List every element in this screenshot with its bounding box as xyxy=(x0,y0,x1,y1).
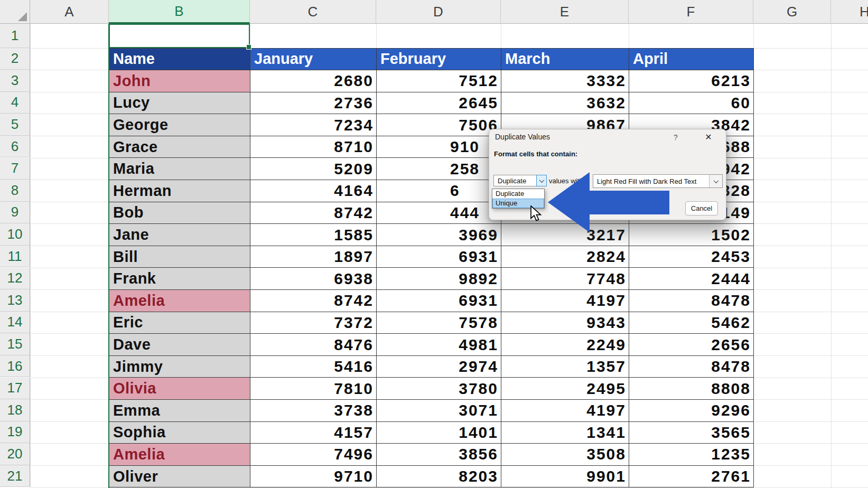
cell-value[interactable]: 4157 xyxy=(250,422,377,444)
cell-value[interactable]: 7748 xyxy=(501,268,629,290)
cell-name[interactable]: Bill xyxy=(109,246,250,268)
cell-value[interactable]: 3508 xyxy=(501,444,629,466)
help-button[interactable]: ? xyxy=(671,133,680,142)
cell-value[interactable]: 1235 xyxy=(629,444,754,466)
row-header-14[interactable]: 14 xyxy=(0,312,30,334)
cell-name[interactable]: Bob xyxy=(109,202,250,224)
row-header-9[interactable]: 9 xyxy=(0,202,30,224)
cell-name[interactable]: John xyxy=(109,70,250,92)
cell-value[interactable]: 1897 xyxy=(250,246,377,268)
cell-value[interactable]: 4164 xyxy=(250,180,377,202)
cell-name[interactable]: Emma xyxy=(109,400,250,422)
cell-value[interactable]: 910 xyxy=(377,136,501,158)
cell-value[interactable]: 7496 xyxy=(250,444,377,466)
column-header-e[interactable]: E xyxy=(501,0,629,24)
cell-value[interactable]: 8742 xyxy=(250,202,377,224)
cell-value[interactable]: 9343 xyxy=(501,312,629,334)
cell-value[interactable]: 2824 xyxy=(501,246,629,268)
cell-value[interactable]: 2974 xyxy=(377,356,501,378)
cell-value[interactable]: 2444 xyxy=(629,268,754,290)
row-header-1[interactable]: 1 xyxy=(0,24,30,48)
cell-name[interactable]: Oliver xyxy=(109,466,250,488)
cell-value[interactable]: 60 xyxy=(629,92,754,115)
column-header-g[interactable]: G xyxy=(753,0,831,24)
cell-value[interactable]: 2761 xyxy=(629,466,754,488)
cell-value[interactable]: 7578 xyxy=(377,312,501,334)
cell-value[interactable]: 9710 xyxy=(250,466,377,488)
cell-value[interactable]: 1585 xyxy=(250,224,377,246)
cell-value[interactable]: 5416 xyxy=(250,356,377,378)
column-header-a[interactable]: A xyxy=(30,0,109,24)
row-header-21[interactable]: 21 xyxy=(0,465,30,487)
row-header-16[interactable]: 16 xyxy=(0,355,30,378)
cell-value[interactable]: 2453 xyxy=(629,246,754,268)
row-header-20[interactable]: 20 xyxy=(0,443,30,465)
cell-value[interactable]: 7506 xyxy=(377,114,501,136)
cell-value[interactable]: 2736 xyxy=(250,92,377,115)
selected-cell-b1[interactable] xyxy=(109,24,250,48)
cell-value[interactable]: 9892 xyxy=(377,268,501,290)
cell-value[interactable]: 1341 xyxy=(501,422,629,444)
cell-name[interactable]: Dave xyxy=(109,334,250,356)
cell-value[interactable]: 6931 xyxy=(377,246,501,268)
fill-handle[interactable] xyxy=(246,44,251,50)
row-header-7[interactable]: 7 xyxy=(0,158,30,180)
cell-value[interactable]: 8742 xyxy=(250,290,377,312)
select-all-corner[interactable] xyxy=(0,0,30,24)
cell-value[interactable]: 5462 xyxy=(629,312,754,334)
cell-value[interactable]: 3071 xyxy=(377,400,501,422)
table-header-april[interactable]: April xyxy=(629,49,754,71)
row-header-13[interactable]: 13 xyxy=(0,289,30,312)
cell-value[interactable]: 258 xyxy=(377,158,501,180)
rule-type-select[interactable]: Duplicate xyxy=(493,175,547,186)
cell-name[interactable]: Sophia xyxy=(109,422,250,444)
cell-value[interactable]: 6213 xyxy=(629,70,754,92)
cell-name[interactable]: Grace xyxy=(109,136,250,158)
cell-value[interactable]: 1401 xyxy=(377,422,501,444)
cell-value[interactable]: 2645 xyxy=(377,92,501,115)
cell-value[interactable]: 2495 xyxy=(501,378,629,400)
cell-name[interactable]: Olivia xyxy=(109,378,250,400)
cell-value[interactable]: 9296 xyxy=(629,400,754,422)
row-header-19[interactable]: 19 xyxy=(0,421,30,444)
cell-value[interactable]: 2656 xyxy=(629,334,754,356)
table-header-march[interactable]: March xyxy=(501,49,629,71)
cell-name[interactable]: Jimmy xyxy=(109,356,250,378)
row-header-2[interactable]: 2 xyxy=(0,48,30,70)
cell-value[interactable]: 444 xyxy=(377,202,501,224)
cancel-button[interactable]: Cancel xyxy=(685,201,718,215)
cell-name[interactable]: George xyxy=(109,114,250,136)
row-header-8[interactable]: 8 xyxy=(0,180,30,202)
cell-value[interactable]: 8478 xyxy=(629,290,754,312)
row-header-17[interactable]: 17 xyxy=(0,378,30,400)
cell-value[interactable]: 8710 xyxy=(250,136,377,158)
cell-value[interactable]: 8476 xyxy=(250,334,377,356)
cell-value[interactable]: 9901 xyxy=(501,466,629,488)
cell-value[interactable]: 4981 xyxy=(377,334,501,356)
cell-value[interactable]: 6931 xyxy=(377,290,501,312)
row-header-3[interactable]: 3 xyxy=(0,70,30,92)
cell-value[interactable]: 4197 xyxy=(501,290,629,312)
table-header-february[interactable]: February xyxy=(377,49,501,71)
close-icon[interactable]: ✕ xyxy=(703,132,714,142)
row-header-10[interactable]: 10 xyxy=(0,223,30,246)
cell-value[interactable]: 6 xyxy=(377,180,501,202)
chevron-down-icon[interactable] xyxy=(709,175,722,187)
cell-value[interactable]: 7372 xyxy=(250,312,377,334)
cell-value[interactable]: 3738 xyxy=(250,400,377,422)
row-header-5[interactable]: 5 xyxy=(0,114,30,136)
row-header-12[interactable]: 12 xyxy=(0,268,30,290)
row-header-18[interactable]: 18 xyxy=(0,399,30,421)
cell-name[interactable]: Amelia xyxy=(109,444,250,466)
column-header-d[interactable]: D xyxy=(376,0,501,24)
cell-value[interactable]: 5209 xyxy=(250,158,377,180)
cell-value[interactable]: 7234 xyxy=(250,114,377,136)
cell-name[interactable]: Eric xyxy=(109,312,250,334)
cell-name[interactable]: Maria xyxy=(109,158,250,180)
dropdown-option-duplicate[interactable]: Duplicate xyxy=(492,189,544,199)
row-header-11[interactable]: 11 xyxy=(0,246,30,268)
cell-value[interactable]: 4197 xyxy=(501,400,629,422)
column-header-c[interactable]: C xyxy=(250,0,376,24)
cell-value[interactable]: 7512 xyxy=(377,70,501,92)
column-header-f[interactable]: F xyxy=(629,0,753,24)
